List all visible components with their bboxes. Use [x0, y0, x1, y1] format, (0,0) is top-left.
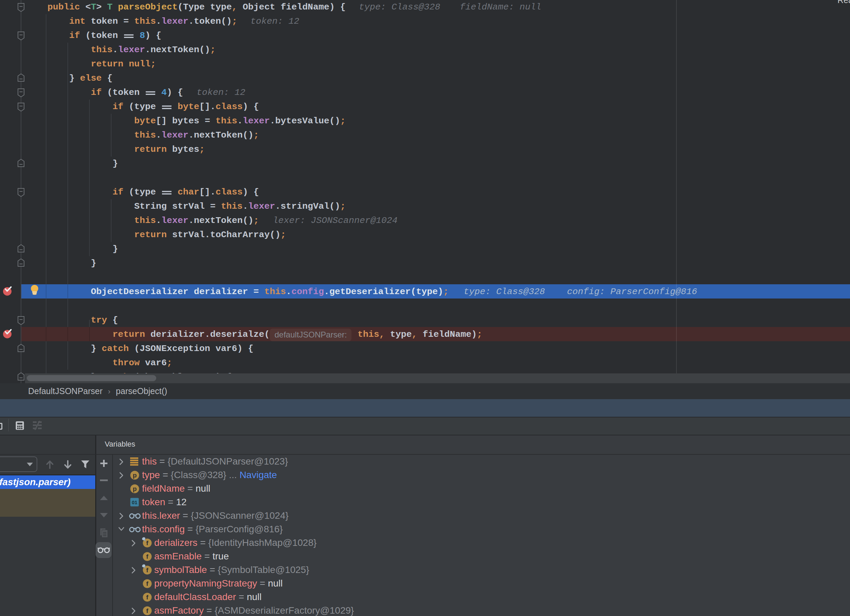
svg-text:f: f: [146, 607, 148, 614]
svg-text:f: f: [146, 593, 148, 600]
svg-text:f: f: [146, 580, 148, 587]
svg-text:01: 01: [132, 499, 138, 505]
svg-text:p: p: [133, 471, 137, 478]
svg-text:p: p: [133, 485, 137, 492]
svg-text:f: f: [146, 553, 148, 560]
